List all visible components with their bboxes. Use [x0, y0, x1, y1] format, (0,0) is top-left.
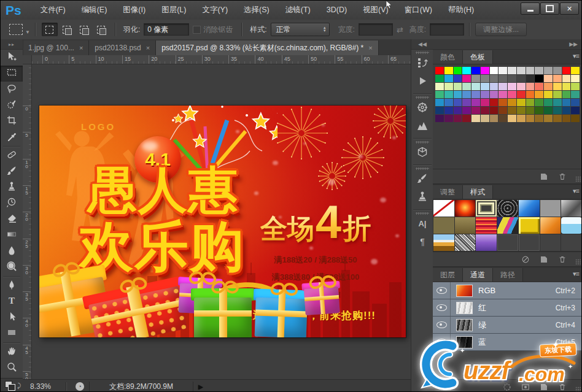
channel-visibility-toggle[interactable]	[433, 299, 451, 316]
color-swatch[interactable]	[517, 99, 526, 106]
color-swatch[interactable]	[471, 75, 480, 82]
color-swatch[interactable]	[481, 107, 489, 114]
style-thumbnail-olive-flat[interactable]	[433, 217, 454, 234]
rectangular-marquee-tool[interactable]	[1, 66, 23, 82]
blur-tool[interactable]	[1, 244, 23, 259]
color-swatch[interactable]	[490, 83, 499, 90]
color-swatch[interactable]	[553, 67, 562, 74]
color-swatch[interactable]	[435, 115, 444, 122]
channel-row[interactable]: RGBCtrl+2	[433, 282, 582, 299]
color-swatch[interactable]	[508, 75, 516, 82]
menu-item[interactable]: 3D(D)	[319, 1, 355, 20]
style-thumbnail-gray-metal[interactable]	[561, 200, 582, 217]
color-swatch[interactable]	[490, 91, 499, 98]
color-swatch[interactable]	[571, 75, 580, 82]
style-thumbnail-red-glow[interactable]	[455, 200, 476, 217]
color-swatch[interactable]	[499, 83, 507, 90]
channel-visibility-toggle[interactable]	[433, 282, 451, 299]
color-swatch[interactable]	[490, 107, 499, 114]
style-thumbnail-landscape[interactable]	[433, 234, 454, 251]
color-swatch[interactable]	[526, 67, 535, 74]
move-tool[interactable]	[1, 50, 23, 66]
color-swatch[interactable]	[535, 115, 543, 122]
channels-group-tab[interactable]: 路径	[493, 268, 523, 282]
color-swatch[interactable]	[553, 99, 562, 106]
healing-brush-tool[interactable]	[1, 148, 23, 164]
color-swatch[interactable]	[571, 99, 580, 106]
close-button[interactable]: ✕	[560, 2, 579, 15]
color-swatch[interactable]	[544, 67, 553, 74]
panel-menu-icon[interactable]: ▾≡	[573, 52, 579, 60]
color-swatch[interactable]	[499, 107, 507, 114]
color-swatch[interactable]	[462, 83, 471, 90]
menu-item[interactable]: 文件(F)	[33, 1, 74, 20]
document-size[interactable]: 文档:89.2M/700.9M	[89, 382, 193, 391]
add-to-selection-button[interactable]	[59, 23, 75, 36]
color-swatch[interactable]	[462, 115, 471, 122]
style-thumbnail-blank[interactable]	[540, 234, 561, 251]
color-swatch[interactable]	[471, 83, 480, 90]
dodge-tool[interactable]	[1, 259, 23, 275]
color-swatch[interactable]	[454, 83, 462, 90]
color-swatch[interactable]	[499, 91, 507, 98]
paragraph-panel-button[interactable]: ¶	[411, 234, 433, 252]
eraser-tool[interactable]	[1, 212, 23, 228]
swatches-group-tab[interactable]: 色板	[463, 50, 493, 64]
navigator-panel-button[interactable]	[411, 99, 433, 118]
style-thumbnail-no-style[interactable]	[433, 200, 454, 217]
styles-group-tab[interactable]: 调整	[433, 185, 463, 199]
color-swatch[interactable]	[471, 115, 480, 122]
style-thumbnail-olive-gradient[interactable]	[455, 217, 476, 234]
color-swatch[interactable]	[517, 115, 526, 122]
intersect-selection-button[interactable]	[93, 23, 109, 36]
style-thumbnail-cream-frame[interactable]	[476, 200, 497, 217]
new-style-button[interactable]	[540, 255, 548, 264]
color-swatch[interactable]	[481, 91, 489, 98]
color-swatch[interactable]	[571, 115, 580, 122]
color-swatch[interactable]	[481, 83, 489, 90]
delete-style-button[interactable]	[558, 255, 567, 264]
close-tab-icon[interactable]: ×	[146, 44, 150, 52]
styles-group-tab[interactable]: 样式	[463, 185, 493, 199]
color-swatch[interactable]	[508, 115, 516, 122]
channel-row[interactable]: 绿Ctrl+4	[433, 317, 582, 334]
style-thumbnail-yellow-bevel[interactable]	[519, 217, 540, 234]
color-swatch[interactable]	[481, 99, 489, 106]
color-swatch[interactable]	[462, 99, 471, 106]
panel-group-grip[interactable]	[416, 96, 429, 99]
color-swatch[interactable]	[544, 107, 553, 114]
color-swatch[interactable]	[517, 91, 526, 98]
crop-tool[interactable]	[1, 113, 23, 129]
history-panel-button[interactable]	[411, 55, 433, 73]
color-swatch[interactable]	[571, 67, 580, 74]
color-swatch[interactable]	[544, 83, 553, 90]
panel-group-grip[interactable]	[416, 141, 429, 144]
color-swatch[interactable]	[508, 83, 516, 90]
minimize-button[interactable]	[521, 2, 540, 15]
menu-item[interactable]: 滤镜(T)	[277, 1, 319, 20]
menu-item[interactable]: 编辑(E)	[74, 1, 115, 20]
color-swatch[interactable]	[562, 83, 571, 90]
color-swatch[interactable]	[490, 75, 499, 82]
style-thumbnail-empty-slot[interactable]	[519, 234, 540, 251]
style-thumbnail-blue-gloss[interactable]	[519, 200, 540, 217]
style-thumbnail-blank[interactable]	[561, 234, 582, 251]
resize-grip[interactable]	[575, 259, 581, 265]
swatches-group-tab[interactable]: 颜色	[433, 50, 463, 64]
eyedropper-tool[interactable]	[1, 129, 23, 145]
color-swatch[interactable]	[454, 107, 462, 114]
style-thumbnail-purple-button[interactable]	[476, 234, 497, 251]
color-swatch[interactable]	[481, 75, 489, 82]
zoom-level[interactable]: 8.33%	[30, 382, 62, 391]
delete-swatch-button[interactable]	[558, 172, 567, 181]
document-tab[interactable]: psd20138.psd×	[89, 40, 156, 55]
color-swatch[interactable]	[435, 99, 444, 106]
color-swatch[interactable]	[544, 75, 553, 82]
color-swatch[interactable]	[526, 115, 535, 122]
pen-tool[interactable]	[1, 278, 23, 294]
style-thumbnail-gray-flat[interactable]	[540, 200, 561, 217]
color-swatch[interactable]	[490, 67, 499, 74]
color-swatch[interactable]	[454, 115, 462, 122]
maximize-button[interactable]	[540, 2, 559, 15]
clear-style-button[interactable]	[521, 255, 530, 264]
